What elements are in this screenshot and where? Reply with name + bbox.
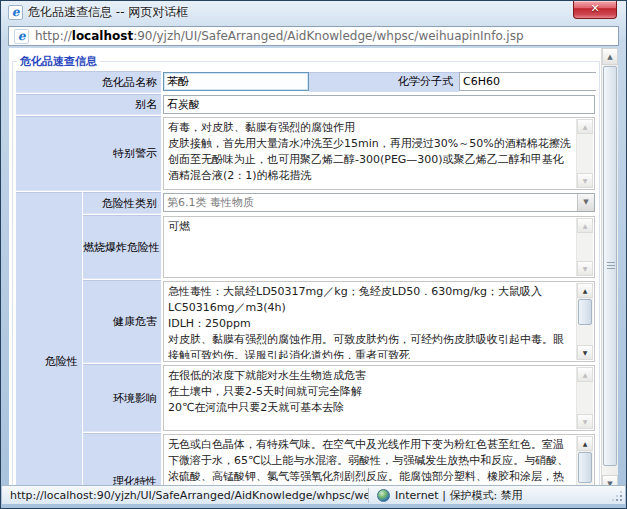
formula-label: 化学分子式: [309, 72, 459, 92]
environment-scrollbar[interactable]: ▲ ▼: [576, 367, 593, 429]
scrollbar-grip-icon: [607, 262, 615, 269]
info-group-box: 危化品速查信息 危化品名称 化学分子式 别名: [12, 54, 600, 492]
close-button[interactable]: ✕: [573, 1, 617, 19]
address-bar[interactable]: e http://localhost:90/yjzh/UI/SafeArrang…: [8, 26, 619, 46]
internet-zone-icon: [377, 489, 390, 502]
physicochemical-textarea[interactable]: 无色或白色晶体，有特殊气味。在空气中及光线作用下变为粉红色甚至红色。室温下微溶于…: [163, 434, 595, 492]
health-hazard-scrollbar[interactable]: ▲ ▼: [576, 283, 593, 360]
chemical-info-table: 危化品名称 化学分子式 别名: [15, 70, 597, 492]
health-hazard-label: 健康危害: [83, 280, 161, 363]
name-label: 危化品名称: [16, 71, 161, 93]
url-protocol: http://: [35, 29, 72, 43]
physicochemical-text: 无色或白色晶体，有特殊气味。在空气中及光线作用下变为粉红色甚至红色。室温下微溶于…: [168, 437, 574, 492]
special-warning-text: 有毒，对皮肤、黏膜有强烈的腐蚀作用 皮肤接触，首先用大量清水冲洗至少15min，…: [168, 120, 574, 187]
fire-explosion-scrollbar[interactable]: ▲ ▼: [576, 218, 593, 276]
scroll-down-icon[interactable]: ▼: [577, 261, 593, 276]
url-host: localhost: [72, 29, 133, 43]
ie-icon: e: [8, 5, 23, 20]
health-hazard-text: 急性毒性：大鼠经LD50317mg／kg；兔经皮LD50．630mg/kg；大鼠…: [168, 284, 574, 359]
scroll-up-icon[interactable]: ▲: [577, 367, 593, 382]
scroll-up-icon[interactable]: ▲: [577, 119, 593, 134]
hazard-category-select[interactable]: 第6.1类 毒性物质 ▼: [163, 193, 595, 212]
scroll-up-icon[interactable]: ▲: [577, 436, 593, 451]
alias-input[interactable]: [163, 95, 595, 114]
scrollbar-thumb[interactable]: [578, 452, 592, 483]
environment-text: 在很低的浓度下就能对水生生物造成危害 在土壤中，只要2-5天时间就可完全降解 2…: [168, 368, 574, 428]
scrollbar-thumb[interactable]: [603, 66, 617, 466]
dialog-window: e 危化品速查信息 -- 网页对话框 ✕ e http://localhost:…: [0, 0, 627, 509]
ie-page-icon: e: [14, 29, 29, 44]
hazard-category-value: 第6.1类 毒性物质: [164, 195, 577, 210]
physicochemical-label: 理化特性: [83, 433, 161, 492]
window-title: 危化品速查信息 -- 网页对话框: [28, 4, 188, 21]
url-path: :90/yjzh/UI/SafeArranged/AidKnowledge/wh…: [133, 29, 523, 43]
alias-label: 别名: [16, 94, 161, 115]
scroll-up-icon[interactable]: ▲: [577, 283, 593, 298]
fire-explosion-textarea[interactable]: 可燃 ▲ ▼: [163, 216, 595, 278]
special-warning-textarea[interactable]: 有毒，对皮肤、黏膜有强烈的腐蚀作用 皮肤接触，首先用大量清水冲洗至少15min，…: [163, 117, 595, 190]
scroll-down-icon[interactable]: ▼: [577, 173, 593, 188]
status-bar: http://localhost:90/yjzh/UI/SafeArranged…: [2, 485, 625, 504]
health-hazard-textarea[interactable]: 急性毒性：大鼠经LD50317mg／kg；兔经皮LD50．630mg/kg；大鼠…: [163, 281, 595, 362]
dropdown-arrow-icon[interactable]: ▼: [577, 194, 594, 211]
scroll-up-icon[interactable]: ▲: [577, 218, 593, 233]
fire-explosion-label: 燃烧爆炸危险性: [83, 215, 161, 279]
scroll-up-icon[interactable]: ▲: [602, 48, 618, 65]
special-warning-scrollbar[interactable]: ▲ ▼: [576, 119, 593, 188]
environment-textarea[interactable]: 在很低的浓度下就能对水生生物造成危害 在土壤中，只要2-5天时间就可完全降解 2…: [163, 365, 595, 431]
status-separator: [368, 488, 369, 503]
physicochemical-scrollbar[interactable]: ▲ ▼: [576, 436, 593, 492]
section-title: 危化品速查信息: [17, 54, 100, 69]
fire-explosion-text: 可燃: [168, 219, 574, 275]
resize-grip[interactable]: [620, 499, 622, 501]
status-url: http://localhost:90/yjzh/UI/SafeArranged…: [2, 489, 368, 502]
chemical-name-input[interactable]: [163, 72, 309, 91]
protected-mode-status: Internet | 保护模式: 禁用: [395, 488, 523, 503]
scroll-down-icon[interactable]: ▼: [577, 345, 593, 360]
formula-input[interactable]: [459, 72, 596, 91]
title-bar: e 危化品速查信息 -- 网页对话框 ✕: [1, 1, 626, 24]
page-scrollbar[interactable]: ▲ ▼: [601, 48, 618, 492]
scroll-down-icon[interactable]: ▼: [577, 414, 593, 429]
hazard-category-label: 危险性类别: [83, 192, 161, 214]
hazard-group-label: 危险性: [16, 192, 82, 492]
scrollbar-thumb[interactable]: [578, 299, 592, 325]
page-content: 危化品速查信息 危化品名称 化学分子式 别名: [9, 48, 603, 492]
special-warning-label: 特别警示: [16, 116, 161, 191]
environment-label: 环境影响: [83, 364, 161, 432]
